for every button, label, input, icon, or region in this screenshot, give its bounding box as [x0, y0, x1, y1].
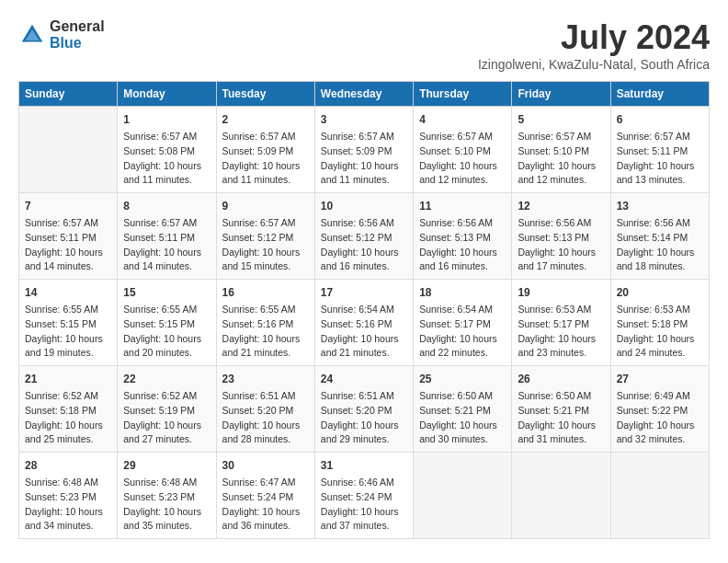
sunset-text: Sunset: 5:17 PM	[518, 317, 604, 332]
calendar-cell	[414, 453, 512, 539]
calendar-cell: 23Sunrise: 6:51 AMSunset: 5:20 PMDayligh…	[216, 366, 314, 453]
day-number: 16	[222, 284, 309, 301]
sunset-text: Sunset: 5:10 PM	[518, 144, 604, 159]
day-number: 14	[25, 284, 111, 301]
calendar-cell: 14Sunrise: 6:55 AMSunset: 5:15 PMDayligh…	[19, 280, 118, 366]
sunset-text: Sunset: 5:18 PM	[25, 404, 111, 419]
daylight-text: Daylight: 10 hours and 11 minutes.	[222, 159, 309, 189]
daylight-text: Daylight: 10 hours and 35 minutes.	[123, 505, 210, 534]
calendar-cell: 3Sunrise: 6:57 AMSunset: 5:09 PMDaylight…	[314, 107, 413, 193]
day-number: 13	[617, 198, 703, 214]
day-number: 20	[617, 284, 703, 301]
day-number: 2	[222, 111, 309, 128]
sunset-text: Sunset: 5:23 PM	[25, 490, 111, 505]
day-number: 3	[321, 111, 407, 128]
day-info: Sunrise: 6:53 AMSunset: 5:18 PMDaylight:…	[617, 303, 703, 361]
sunset-text: Sunset: 5:24 PM	[222, 490, 309, 505]
sunset-text: Sunset: 5:19 PM	[123, 404, 210, 419]
calendar-cell: 11Sunrise: 6:56 AMSunset: 5:13 PMDayligh…	[414, 193, 512, 280]
day-info: Sunrise: 6:47 AMSunset: 5:24 PMDaylight:…	[222, 476, 309, 534]
calendar-cell	[19, 107, 118, 193]
daylight-text: Daylight: 10 hours and 15 minutes.	[222, 246, 309, 275]
sunrise-text: Sunrise: 6:57 AM	[321, 130, 407, 144]
calendar-cell: 26Sunrise: 6:50 AMSunset: 5:21 PMDayligh…	[512, 366, 610, 453]
daylight-text: Daylight: 10 hours and 32 minutes.	[617, 419, 703, 448]
sunrise-text: Sunrise: 6:57 AM	[617, 130, 703, 144]
daylight-text: Daylight: 10 hours and 36 minutes.	[222, 505, 309, 534]
day-info: Sunrise: 6:53 AMSunset: 5:17 PMDaylight:…	[518, 303, 604, 361]
sunrise-text: Sunrise: 6:56 AM	[518, 216, 604, 231]
sunset-text: Sunset: 5:15 PM	[25, 317, 111, 332]
day-number: 7	[25, 198, 111, 214]
logo: General Blue	[18, 18, 105, 51]
daylight-text: Daylight: 10 hours and 13 minutes.	[617, 159, 703, 189]
day-info: Sunrise: 6:56 AMSunset: 5:12 PMDaylight:…	[321, 216, 407, 274]
calendar-cell: 18Sunrise: 6:54 AMSunset: 5:17 PMDayligh…	[414, 280, 512, 366]
day-number: 31	[321, 457, 407, 474]
sunset-text: Sunset: 5:24 PM	[321, 490, 407, 505]
day-number: 11	[419, 198, 506, 214]
day-info: Sunrise: 6:50 AMSunset: 5:21 PMDaylight:…	[419, 389, 506, 447]
daylight-text: Daylight: 10 hours and 24 minutes.	[617, 332, 703, 362]
sunrise-text: Sunrise: 6:54 AM	[321, 303, 407, 317]
header-day-sunday: Sunday	[19, 82, 118, 107]
day-number: 19	[518, 284, 604, 301]
sunset-text: Sunset: 5:13 PM	[518, 231, 604, 246]
day-number: 1	[123, 111, 210, 128]
day-number: 17	[321, 284, 407, 301]
daylight-text: Daylight: 10 hours and 37 minutes.	[321, 505, 407, 534]
daylight-text: Daylight: 10 hours and 16 minutes.	[419, 246, 506, 275]
sunrise-text: Sunrise: 6:52 AM	[25, 389, 111, 404]
day-number: 28	[25, 457, 111, 474]
header-day-thursday: Thursday	[414, 82, 512, 107]
page-header: General Blue July 2024 Izingolweni, KwaZ…	[18, 18, 710, 72]
day-number: 30	[222, 457, 309, 474]
day-info: Sunrise: 6:55 AMSunset: 5:16 PMDaylight:…	[222, 303, 309, 361]
calendar-cell: 12Sunrise: 6:56 AMSunset: 5:13 PMDayligh…	[512, 193, 610, 280]
day-info: Sunrise: 6:51 AMSunset: 5:20 PMDaylight:…	[222, 389, 309, 447]
week-row-2: 7Sunrise: 6:57 AMSunset: 5:11 PMDaylight…	[19, 193, 710, 280]
sunrise-text: Sunrise: 6:48 AM	[123, 476, 210, 490]
daylight-text: Daylight: 10 hours and 21 minutes.	[321, 332, 407, 362]
sunset-text: Sunset: 5:08 PM	[123, 144, 210, 159]
header-day-tuesday: Tuesday	[216, 82, 314, 107]
daylight-text: Daylight: 10 hours and 18 minutes.	[617, 246, 703, 275]
calendar-cell: 21Sunrise: 6:52 AMSunset: 5:18 PMDayligh…	[19, 366, 118, 453]
calendar-cell: 16Sunrise: 6:55 AMSunset: 5:16 PMDayligh…	[216, 280, 314, 366]
sunrise-text: Sunrise: 6:50 AM	[419, 389, 506, 404]
day-number: 29	[123, 457, 210, 474]
daylight-text: Daylight: 10 hours and 28 minutes.	[222, 419, 309, 448]
sunrise-text: Sunrise: 6:57 AM	[123, 130, 210, 144]
daylight-text: Daylight: 10 hours and 19 minutes.	[25, 332, 111, 362]
day-info: Sunrise: 6:57 AMSunset: 5:12 PMDaylight:…	[222, 216, 309, 274]
daylight-text: Daylight: 10 hours and 30 minutes.	[419, 419, 506, 448]
calendar-cell: 2Sunrise: 6:57 AMSunset: 5:09 PMDaylight…	[216, 107, 314, 193]
sunrise-text: Sunrise: 6:48 AM	[25, 476, 111, 490]
header-day-friday: Friday	[512, 82, 610, 107]
sunrise-text: Sunrise: 6:57 AM	[222, 216, 309, 231]
sunrise-text: Sunrise: 6:47 AM	[222, 476, 309, 490]
sunrise-text: Sunrise: 6:53 AM	[518, 303, 604, 317]
day-info: Sunrise: 6:57 AMSunset: 5:11 PMDaylight:…	[25, 216, 111, 274]
sunset-text: Sunset: 5:18 PM	[617, 317, 703, 332]
day-info: Sunrise: 6:57 AMSunset: 5:08 PMDaylight:…	[123, 130, 210, 188]
day-number: 12	[518, 198, 604, 214]
day-number: 18	[419, 284, 506, 301]
day-info: Sunrise: 6:48 AMSunset: 5:23 PMDaylight:…	[25, 476, 111, 534]
daylight-text: Daylight: 10 hours and 12 minutes.	[419, 159, 506, 189]
calendar-cell: 1Sunrise: 6:57 AMSunset: 5:08 PMDaylight…	[118, 107, 216, 193]
sunrise-text: Sunrise: 6:57 AM	[25, 216, 111, 231]
sunrise-text: Sunrise: 6:53 AM	[617, 303, 703, 317]
day-info: Sunrise: 6:52 AMSunset: 5:19 PMDaylight:…	[123, 389, 210, 447]
calendar-cell: 27Sunrise: 6:49 AMSunset: 5:22 PMDayligh…	[610, 366, 709, 453]
day-info: Sunrise: 6:54 AMSunset: 5:17 PMDaylight:…	[419, 303, 506, 361]
sunset-text: Sunset: 5:14 PM	[617, 231, 703, 246]
logo-text: General Blue	[50, 18, 105, 51]
day-info: Sunrise: 6:52 AMSunset: 5:18 PMDaylight:…	[25, 389, 111, 447]
calendar-cell: 7Sunrise: 6:57 AMSunset: 5:11 PMDaylight…	[19, 193, 118, 280]
week-row-3: 14Sunrise: 6:55 AMSunset: 5:15 PMDayligh…	[19, 280, 710, 366]
day-number: 26	[518, 371, 604, 387]
sunset-text: Sunset: 5:15 PM	[123, 317, 210, 332]
sunrise-text: Sunrise: 6:56 AM	[419, 216, 506, 231]
sunrise-text: Sunrise: 6:55 AM	[123, 303, 210, 317]
